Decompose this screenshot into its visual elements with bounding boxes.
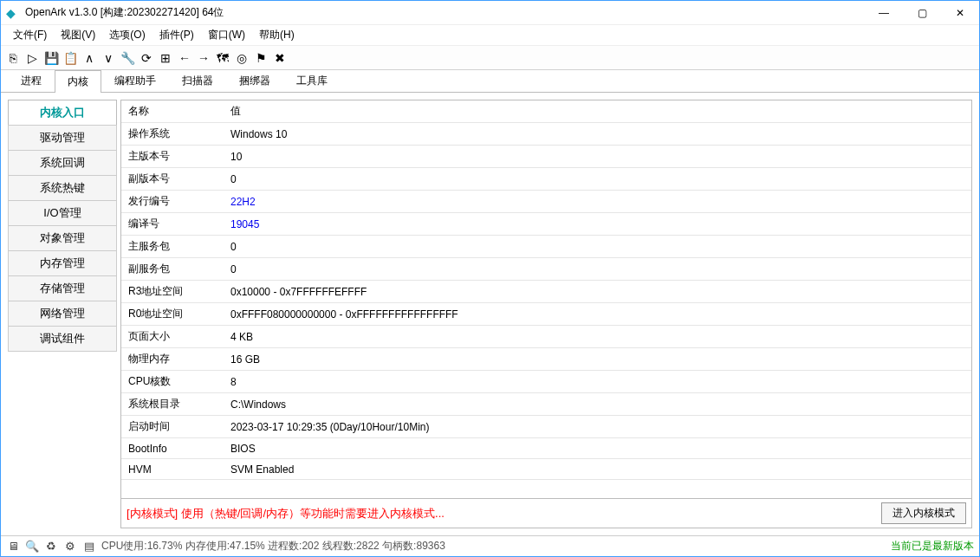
cell-value: 0 bbox=[224, 258, 971, 281]
cell-name: HVM bbox=[121, 459, 224, 480]
kernel-sidebar: 内核入口驱动管理系统回调系统热键I/O管理对象管理内存管理存储管理网络管理调试组… bbox=[8, 100, 117, 528]
sidebar-item-2[interactable]: 系统回调 bbox=[8, 150, 117, 176]
info-bar: [内核模式] 使用（热键/回调/内存）等功能时需要进入内核模式... 进入内核模… bbox=[121, 498, 971, 528]
kernel-info-table: 名称值操作系统Windows 10主版本号10副版本号0发行编号22H2编译号1… bbox=[121, 100, 971, 480]
cell-name: 副版本号 bbox=[121, 168, 224, 191]
content-area: 内核入口驱动管理系统回调系统热键I/O管理对象管理内存管理存储管理网络管理调试组… bbox=[1, 93, 979, 535]
col-header-name[interactable]: 名称 bbox=[121, 100, 224, 123]
table-row[interactable]: 编译号19045 bbox=[121, 213, 971, 236]
down-icon[interactable]: ∨ bbox=[100, 49, 117, 67]
table-row[interactable]: 主版本号10 bbox=[121, 146, 971, 168]
sidebar-item-7[interactable]: 存储管理 bbox=[8, 275, 117, 301]
table-row[interactable]: 系统根目录C:\Windows bbox=[121, 393, 971, 416]
cell-value: 4 KB bbox=[224, 326, 971, 348]
col-header-value[interactable]: 值 bbox=[224, 100, 971, 123]
tab-0[interactable]: 进程 bbox=[8, 69, 55, 92]
sidebar-item-8[interactable]: 网络管理 bbox=[8, 301, 117, 327]
kernel-mode-hint: [内核模式] 使用（热键/回调/内存）等功能时需要进入内核模式... bbox=[127, 506, 445, 521]
tab-1[interactable]: 内核 bbox=[55, 70, 101, 93]
cell-name: 系统根目录 bbox=[121, 393, 224, 416]
cell-name: CPU核数 bbox=[121, 371, 224, 393]
target-icon[interactable]: ◎ bbox=[233, 49, 250, 67]
close-icon[interactable]: ✖ bbox=[271, 49, 289, 67]
cell-name: 主服务包 bbox=[121, 236, 224, 258]
minimize-button[interactable]: — bbox=[865, 1, 903, 25]
search-icon[interactable]: 🔍 bbox=[25, 540, 39, 553]
tab-3[interactable]: 扫描器 bbox=[169, 69, 226, 92]
table-row[interactable]: 发行编号22H2 bbox=[121, 191, 971, 213]
info-table-wrap[interactable]: 名称值操作系统Windows 10主版本号10副版本号0发行编号22H2编译号1… bbox=[121, 100, 971, 498]
table-row[interactable]: R3地址空间0x10000 - 0x7FFFFFFEFFFF bbox=[121, 281, 971, 303]
table-row[interactable]: 物理内存16 GB bbox=[121, 348, 971, 371]
wrench-icon[interactable]: 🔧 bbox=[119, 49, 136, 67]
recycle-icon[interactable]: ♻ bbox=[44, 540, 58, 553]
window-title: OpenArk v1.3.0 [构建:202302271420] 64位 bbox=[25, 5, 224, 20]
cell-value: BIOS bbox=[224, 438, 971, 459]
menu-item-1[interactable]: 视图(V) bbox=[54, 26, 102, 44]
sidebar-item-3[interactable]: 系统热键 bbox=[8, 175, 117, 201]
menu-item-3[interactable]: 插件(P) bbox=[153, 26, 201, 44]
cell-value: 0xFFFF080000000000 - 0xFFFFFFFFFFFFFFFF bbox=[224, 303, 971, 326]
save-icon[interactable]: 💾 bbox=[42, 49, 60, 67]
up-icon[interactable]: ∧ bbox=[81, 49, 98, 67]
open-icon[interactable]: ▷ bbox=[23, 49, 41, 67]
table-row[interactable]: 副服务包0 bbox=[121, 258, 971, 281]
menu-item-5[interactable]: 帮助(H) bbox=[252, 26, 302, 44]
cell-value[interactable]: 22H2 bbox=[224, 191, 971, 213]
sidebar-item-5[interactable]: 对象管理 bbox=[8, 225, 117, 251]
enter-kernel-mode-button[interactable]: 进入内核模式 bbox=[881, 502, 966, 524]
table-row[interactable]: 启动时间2023-03-17 10:29:35 (0Day/10Hour/10M… bbox=[121, 416, 971, 438]
cell-value: SVM Enabled bbox=[224, 459, 971, 480]
title-bar: ◆ OpenArk v1.3.0 [构建:202302271420] 64位 —… bbox=[1, 1, 979, 25]
close-button[interactable]: ✕ bbox=[941, 1, 979, 25]
cell-value: C:\Windows bbox=[224, 393, 971, 416]
sidebar-item-0[interactable]: 内核入口 bbox=[8, 100, 117, 126]
menu-item-4[interactable]: 窗口(W) bbox=[201, 26, 252, 44]
map-icon[interactable]: 🗺 bbox=[214, 49, 231, 67]
sidebar-item-6[interactable]: 内存管理 bbox=[8, 250, 117, 276]
tab-5[interactable]: 工具库 bbox=[283, 69, 341, 92]
tab-4[interactable]: 捆绑器 bbox=[226, 69, 283, 92]
refresh-icon[interactable]: ⟳ bbox=[138, 49, 155, 67]
menu-item-2[interactable]: 选项(O) bbox=[102, 26, 152, 44]
sidebar-item-4[interactable]: I/O管理 bbox=[8, 200, 117, 226]
table-row[interactable]: 主服务包0 bbox=[121, 236, 971, 258]
table-row[interactable]: HVMSVM Enabled bbox=[121, 459, 971, 480]
cell-name: 物理内存 bbox=[121, 348, 224, 371]
forward-icon[interactable]: → bbox=[195, 49, 212, 67]
cell-name: 主版本号 bbox=[121, 146, 224, 168]
maximize-button[interactable]: ▢ bbox=[903, 1, 941, 25]
monitor-icon[interactable]: 🖥 bbox=[6, 540, 20, 553]
table-row[interactable]: BootInfoBIOS bbox=[121, 438, 971, 459]
cell-name: R0地址空间 bbox=[121, 303, 224, 326]
status-metrics: CPU使用:16.73% 内存使用:47.15% 进程数:202 线程数:282… bbox=[101, 539, 445, 554]
app-icon: ◆ bbox=[6, 6, 20, 20]
flag-icon[interactable]: ⚑ bbox=[252, 49, 269, 67]
table-row[interactable]: R0地址空间0xFFFF080000000000 - 0xFFFFFFFFFFF… bbox=[121, 303, 971, 326]
export-icon[interactable]: ⎘ bbox=[4, 49, 22, 67]
tab-2[interactable]: 编程助手 bbox=[101, 69, 169, 92]
copy-icon[interactable]: 📋 bbox=[62, 49, 79, 67]
modules-icon[interactable]: ⊞ bbox=[157, 49, 174, 67]
cell-name: R3地址空间 bbox=[121, 281, 224, 303]
cell-value[interactable]: 19045 bbox=[224, 213, 971, 236]
cell-value: 0 bbox=[224, 168, 971, 191]
table-row[interactable]: 副版本号0 bbox=[121, 168, 971, 191]
menu-bar: 文件(F)视图(V)选项(O)插件(P)窗口(W)帮助(H) bbox=[1, 25, 979, 46]
chip-icon[interactable]: ▤ bbox=[82, 540, 96, 553]
cell-name: BootInfo bbox=[121, 438, 224, 459]
toolbar: ⎘▷💾📋∧∨🔧⟳⊞←→🗺◎⚑✖ bbox=[1, 46, 979, 70]
cell-name: 编译号 bbox=[121, 213, 224, 236]
table-row[interactable]: 操作系统Windows 10 bbox=[121, 123, 971, 146]
gear-icon[interactable]: ⚙ bbox=[63, 540, 77, 553]
main-panel: 名称值操作系统Windows 10主版本号10副版本号0发行编号22H2编译号1… bbox=[120, 100, 972, 528]
tab-strip: 进程内核编程助手扫描器捆绑器工具库 bbox=[1, 70, 979, 93]
back-icon[interactable]: ← bbox=[176, 49, 193, 67]
status-bar: 🖥🔍♻⚙▤CPU使用:16.73% 内存使用:47.15% 进程数:202 线程… bbox=[1, 535, 979, 556]
sidebar-item-1[interactable]: 驱动管理 bbox=[8, 125, 117, 151]
menu-item-0[interactable]: 文件(F) bbox=[6, 26, 54, 44]
table-row[interactable]: 页面大小4 KB bbox=[121, 326, 971, 348]
cell-value: 16 GB bbox=[224, 348, 971, 371]
table-row[interactable]: CPU核数8 bbox=[121, 371, 971, 393]
sidebar-item-9[interactable]: 调试组件 bbox=[8, 326, 117, 352]
